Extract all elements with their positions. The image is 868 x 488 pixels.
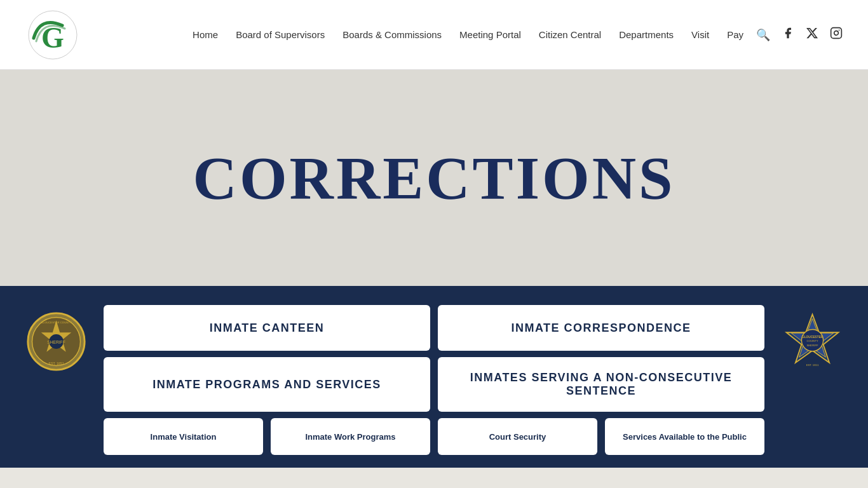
hero-section: CORRECTIONS	[0, 70, 868, 286]
svg-text:SHERIFF: SHERIFF	[47, 340, 65, 344]
meeting-portal-nav-item[interactable]: Meeting Portal	[459, 29, 521, 41]
boards-commissions-nav-item[interactable]: Boards & Commissions	[342, 29, 442, 41]
nav-icons: 🔍	[756, 27, 843, 43]
svg-text:COUNTY: COUNTY	[806, 339, 818, 342]
search-icon[interactable]: 🔍	[756, 28, 770, 42]
court-security-card[interactable]: Court Security	[438, 418, 597, 455]
nav-links: Home Board of Supervisors Boards & Commi…	[193, 29, 743, 41]
board-nav-item[interactable]: Board of Supervisors	[236, 29, 325, 41]
board-of-supervisors-link[interactable]: Board of Supervisors	[236, 29, 325, 40]
inmate-correspondence-card[interactable]: INMATE CORRESPONDENCE	[438, 305, 764, 351]
instagram-icon[interactable]	[830, 27, 843, 43]
svg-text:SHERIFF: SHERIFF	[806, 344, 818, 347]
svg-text:G: G	[41, 22, 64, 54]
services-public-card[interactable]: Services Available to the Public	[605, 418, 764, 455]
departments-link[interactable]: Departments	[619, 29, 674, 40]
twitter-x-icon[interactable]	[806, 27, 818, 43]
facebook-icon[interactable]	[782, 27, 794, 43]
sheriff-badge-icon: GLOUCESTER COUNTY SHERIFF EST. 1651	[782, 311, 843, 372]
county-seal-icon: SHERIFF EST. 1651 GLOUCESTER COUNTY	[26, 311, 86, 372]
sheriff-badge-area: GLOUCESTER COUNTY SHERIFF EST. 1651	[771, 305, 853, 372]
navigation: G Home Board of Supervisors Boards & Com…	[0, 0, 868, 70]
page-title: CORRECTIONS	[193, 143, 675, 214]
meeting-portal-link[interactable]: Meeting Portal	[459, 29, 521, 40]
site-logo[interactable]: G	[25, 8, 79, 62]
pay-nav-item[interactable]: Pay	[727, 29, 743, 41]
citizen-central-nav-item[interactable]: Citizen Central	[539, 29, 601, 41]
pay-link[interactable]: Pay	[727, 29, 743, 40]
boards-commissions-link[interactable]: Boards & Commissions	[342, 29, 442, 40]
cards-row-3: Inmate Visitation Inmate Work Programs C…	[104, 418, 764, 455]
body-text-section: The Gloucester County Jail houses an ave…	[0, 468, 868, 488]
logo-area[interactable]: G	[25, 8, 79, 62]
inmate-work-programs-card[interactable]: Inmate Work Programs	[271, 418, 430, 455]
citizen-central-link[interactable]: Citizen Central	[539, 29, 601, 40]
inmate-visitation-card[interactable]: Inmate Visitation	[104, 418, 263, 455]
cards-row-2: INMATE PROGRAMS AND SERVICES INMATES SER…	[104, 357, 764, 412]
svg-rect-2	[831, 28, 842, 39]
svg-text:EST. 1651: EST. 1651	[48, 362, 64, 365]
county-seal-badge: SHERIFF EST. 1651 GLOUCESTER COUNTY	[15, 305, 97, 372]
visit-nav-item[interactable]: Visit	[691, 29, 709, 41]
svg-text:EST. 1651: EST. 1651	[806, 363, 818, 367]
inmate-programs-card[interactable]: INMATE PROGRAMS AND SERVICES	[104, 357, 430, 412]
cards-area: INMATE CANTEEN INMATE CORRESPONDENCE INM…	[97, 305, 771, 455]
cards-row-1: INMATE CANTEEN INMATE CORRESPONDENCE	[104, 305, 764, 351]
inmate-canteen-card[interactable]: INMATE CANTEEN	[104, 305, 430, 351]
svg-text:GLOUCESTER COUNTY: GLOUCESTER COUNTY	[41, 321, 72, 324]
inmates-non-consecutive-card[interactable]: INMATES SERVING A NON-CONSECUTIVE SENTEN…	[438, 357, 764, 412]
visit-link[interactable]: Visit	[691, 29, 709, 40]
home-nav-item[interactable]: Home	[193, 29, 218, 41]
dark-section: SHERIFF EST. 1651 GLOUCESTER COUNTY INMA…	[0, 286, 868, 468]
svg-text:GLOUCESTER: GLOUCESTER	[802, 336, 824, 339]
departments-nav-item[interactable]: Departments	[619, 29, 674, 41]
home-link[interactable]: Home	[193, 29, 218, 40]
